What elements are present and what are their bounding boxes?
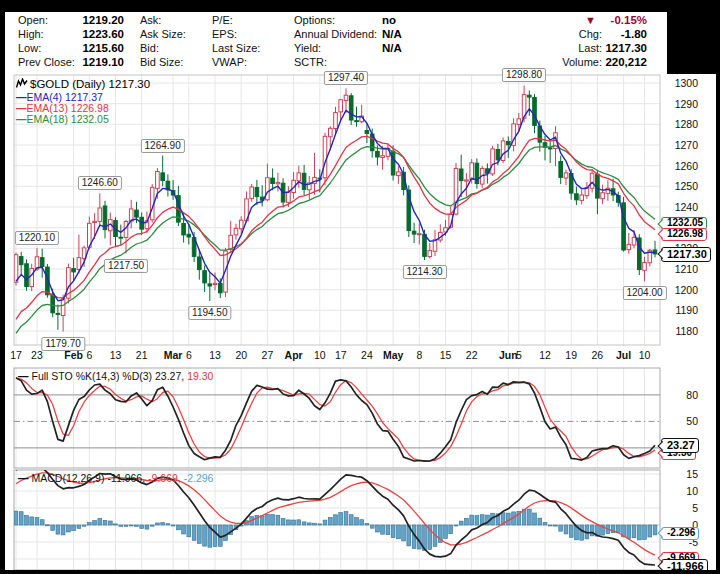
price-axis-tag: 1217.30 [661,247,711,262]
price-callout: 1217.50 [104,259,148,273]
x-axis-tick-label: 10 [639,349,651,361]
x-axis-tick-label: Apr [285,349,303,361]
macd-value: -11.966, [107,472,145,484]
symbol-legend-text: $GOLD (Daily) 1217.30 [30,78,150,90]
symbol-legend: $GOLD (Daily) 1217.30 [16,78,150,90]
stockcharts-sharpchart: Open:1219.20High:1223.60Low:1215.60Prev … [0,0,720,574]
x-axis-tick-label: 13 [209,349,221,361]
sto-line-sample: — [18,370,29,382]
macd-axis-label: 15 [662,468,698,480]
x-axis-tick-label: 27 [262,349,274,361]
price-axis-label: 1290 [662,98,698,110]
x-axis-tick-label: 6 [186,349,192,361]
macd-signal-value: -9.669, [148,472,181,484]
x-axis-tick-label: 19 [565,349,577,361]
price-axis-label: 1270 [662,139,698,151]
x-axis-tick-label: 10 [314,349,326,361]
sto-axis-label: 50 [662,415,698,427]
ema-legend-text: EMA(18) 1232.05 [27,113,109,125]
price-axis-label: 1300 [662,77,698,89]
x-axis-tick-label: Jul [616,349,631,361]
macd-line-sample: — [18,472,29,484]
macd-legend: —MACD(12,26,9) -11.966, -9.669, -2.296 [18,472,213,484]
price-callout: 1179.70 [41,337,84,351]
x-axis-tick-label: 22 [466,349,478,361]
macd-legend-title: MACD(12,26,9) [32,472,105,484]
x-axis-tick-label: 24 [361,349,373,361]
macd-axis-tag: -2.296 [661,527,699,540]
x-axis-tick-label: Feb [64,349,83,361]
price-axis-tag: 1226.98 [661,228,707,241]
x-axis-tick-label: Jun [499,349,518,361]
price-axis-label: 1240 [662,201,698,213]
x-axis-tick-label: 21 [136,349,148,361]
sto-d-value: 19.30 [187,370,213,382]
bottom-border [0,570,720,574]
x-axis-tick-label: May [383,349,403,361]
price-axis-label: 1280 [662,118,698,130]
x-axis-tick-label: 12 [539,349,551,361]
price-callout: 1246.60 [78,176,122,190]
price-callout: 1204.00 [622,286,666,300]
ema-legend-item: —EMA(18) 1232.05 [16,113,109,125]
price-axis-label: 1210 [662,263,698,275]
macd-hist-value: -2.296 [184,472,214,484]
x-axis-tick-label: 6 [86,349,92,361]
sto-legend: —Full STO %K(14,3) %D(3) 23.27, 19.30 [18,370,213,382]
x-axis-tick-label: Mar [164,349,183,361]
price-axis-label: 1180 [662,325,698,337]
x-axis-tick-label: 13 [110,349,122,361]
price-callout: 1214.30 [402,265,446,279]
x-axis-tick-label: 5 [516,349,522,361]
x-axis-tick-label: 8 [416,349,422,361]
right-border [716,74,720,574]
x-axis-tick-label: 17 [335,349,347,361]
price-callout: 1298.80 [502,68,546,82]
sto-k-tag: 23.27 [661,438,699,453]
ema-line-sample: — [16,113,27,125]
price-axis-label: 1250 [662,180,698,192]
price-axis-label: 1190 [662,304,698,316]
price-axis-label: 1200 [662,284,698,296]
x-axis-tick-label: 26 [592,349,604,361]
x-axis-tick-label: 23 [31,349,43,361]
price-axis-label: 1260 [662,160,698,172]
x-axis-tick-label: 17 [10,349,22,361]
price-callout: 1194.50 [188,306,231,320]
macd-axis-label: 10 [662,485,698,497]
price-callout: 1297.40 [324,71,368,85]
sto-legend-title: Full STO %K(14,3) %D(3) [32,370,153,382]
x-axis-tick-label: 20 [235,349,247,361]
x-axis-tick-label: 15 [440,349,452,361]
price-callout: 1220.10 [15,231,59,245]
price-callout: 1264.90 [141,139,185,153]
sto-k-value: 23.27, [155,370,184,382]
sto-axis-label: 80 [662,389,698,401]
macd-axis-label: 5 [662,502,698,514]
